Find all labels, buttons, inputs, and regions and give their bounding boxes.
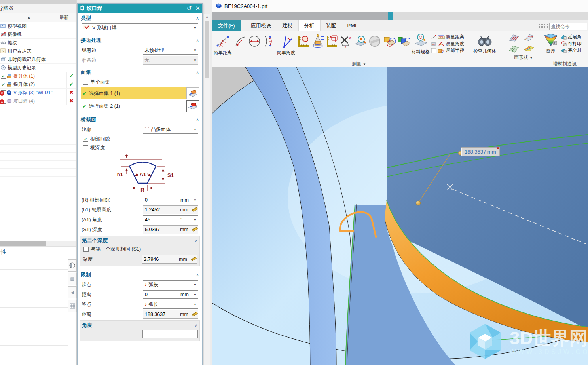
end-distance-value[interactable]: [143, 312, 180, 317]
collapse-chevron-icon[interactable]: ∧: [196, 272, 199, 278]
dialog-reset-button[interactable]: ↺: [185, 5, 193, 12]
measure-face-button[interactable]: [296, 32, 311, 50]
scrollbar-thumb[interactable]: [205, 21, 209, 78]
tab-application-modules[interactable]: 应用模块: [245, 20, 277, 31]
navigator-item-model-views[interactable]: 模型视图: [0, 22, 76, 30]
simple-distance-button[interactable]: 简单距离: [212, 32, 233, 56]
depth-value[interactable]: [143, 227, 180, 232]
face-shape-group-label[interactable]: 面形状 ▼: [506, 54, 540, 61]
root-gap-input[interactable]: mm ▼: [143, 196, 198, 204]
dropdown-arrow-icon[interactable]: ▼: [192, 293, 198, 297]
face-shape-reflection-icon[interactable]: [524, 34, 535, 42]
examine-geometry-button[interactable]: 检查几何体: [470, 32, 499, 54]
weld-type-dropdown[interactable]: V 形坡口焊 ▼: [82, 23, 198, 32]
end-distance-input[interactable]: mm: [143, 310, 198, 319]
root-gap-row[interactable]: ✓ 根部间隙: [82, 136, 197, 143]
start-distance-value[interactable]: [143, 292, 180, 297]
simple-angle-button[interactable]: 简单角度: [276, 32, 296, 56]
root-gap-checkbox[interactable]: ✓: [83, 137, 88, 142]
single-face-set-row[interactable]: 单个面集: [82, 79, 197, 86]
measure-group-label[interactable]: 测量 ▼: [212, 61, 505, 67]
section-header-angle[interactable]: 角度∧: [82, 321, 198, 330]
collapse-chevron-icon[interactable]: ∧: [196, 16, 199, 21]
feature-row-lift-body-1[interactable]: ✓ 提升体 (1) ✔: [0, 72, 76, 80]
measure-arc-button[interactable]: [262, 32, 276, 50]
dialog-close-button[interactable]: ✕: [193, 5, 202, 12]
same-depth-row[interactable]: 与第一个深度相同 (S1): [83, 246, 197, 253]
printable-toggle[interactable]: z 可打印: [560, 41, 588, 47]
face-set-2-button[interactable]: [186, 100, 199, 112]
dropdown-arrow-icon[interactable]: ▼: [192, 218, 198, 222]
local-radius-toggle[interactable]: 局部半径: [431, 48, 470, 53]
feature-row-v-weld-3[interactable]: ✕ V 形焊 (3) "WLD1" ✖: [0, 89, 76, 97]
angle-input[interactable]: ° ▼: [143, 215, 198, 224]
same-as-first-depth-checkbox[interactable]: [83, 247, 89, 252]
navigator-horizontal-scrollbar[interactable]: [0, 241, 76, 246]
navigator-item-model-history[interactable]: 模型历史记录: [0, 64, 76, 72]
navigator-item-user-expressions[interactable]: fx 用户表达式: [0, 47, 76, 55]
profile-dropdown[interactable]: ⌒ 凸多面体 ▼: [143, 125, 198, 134]
face-shape-stripes-icon[interactable]: [508, 33, 520, 42]
end-point-dropdown[interactable]: ♪ 弧长 ▼: [143, 300, 198, 309]
section-header-second-depth[interactable]: 第二个深度∧: [82, 236, 198, 245]
tab-analysis[interactable]: 分析: [298, 20, 321, 31]
start-distance-input[interactable]: mm ▼: [143, 290, 198, 299]
measure-gear-button[interactable]: [353, 32, 368, 50]
dialog-scrollbar[interactable]: ∧: [204, 14, 210, 365]
collapse-chevron-icon[interactable]: ∧: [195, 323, 198, 328]
group-dropdown-icon[interactable]: ▼: [363, 63, 366, 66]
group-dropdown-icon[interactable]: ▼: [529, 56, 533, 60]
start-point-dropdown[interactable]: ♪ 弧长 ▼: [143, 280, 198, 289]
second-depth-value[interactable]: [142, 257, 179, 262]
tab-pmi[interactable]: PMI: [342, 20, 362, 31]
half-circle-view-button[interactable]: [68, 259, 77, 272]
profile-height-value[interactable]: [143, 207, 180, 213]
navigator-item-links[interactable]: 链接: [0, 39, 76, 47]
section-header-edge-treatment[interactable]: 接边处理∧: [79, 36, 201, 45]
measure-bodies-button[interactable]: [311, 32, 325, 50]
section-header-cross-section[interactable]: 横截面∧: [79, 115, 201, 124]
feature-row-lift-body-2[interactable]: ✓ 提升体 (2) ✔: [0, 80, 76, 89]
single-face-set-checkbox[interactable]: [83, 80, 88, 85]
section-header-limits[interactable]: 限制∧: [79, 270, 201, 279]
measure-radius-button[interactable]: [233, 32, 247, 50]
collapse-left-button[interactable]: ◀: [68, 286, 77, 298]
depth-input[interactable]: mm: [143, 225, 198, 234]
fully-enclosed-toggle[interactable]: z 完全封: [560, 48, 588, 53]
collapse-chevron-icon[interactable]: ∧: [196, 38, 199, 43]
tab-assembly[interactable]: 装配: [321, 20, 342, 31]
dropdown-arrow-icon[interactable]: ▼: [192, 198, 198, 202]
compare-bodies-button[interactable]: [396, 32, 410, 50]
dialog-titlebar[interactable]: 坡口焊 ↺ ✕: [78, 4, 202, 13]
collapse-chevron-icon[interactable]: ∧: [196, 70, 199, 75]
root-gap-value[interactable]: [143, 197, 180, 203]
scroll-up-arrow[interactable]: ∧: [204, 14, 210, 20]
collapse-chevron-icon[interactable]: ∧: [196, 117, 199, 122]
latest-column-header[interactable]: 最新: [58, 14, 76, 21]
section-header-type[interactable]: 类型∧: [79, 14, 201, 23]
tab-modeling[interactable]: 建模: [277, 20, 298, 31]
close-measurement-icon[interactable]: ×: [497, 146, 499, 150]
no-entry-button[interactable]: [368, 32, 382, 50]
existing-edge-dropdown[interactable]: 未预处理 ▼: [143, 46, 198, 55]
angle-value[interactable]: [143, 217, 180, 222]
measure-formula-icon[interactable]: [192, 226, 198, 233]
profile-height-input[interactable]: mm: [143, 205, 198, 214]
additive-group-label[interactable]: 增材制造设: [541, 61, 588, 67]
feature-row-groove-weld-4[interactable]: ✕ 坡口焊 (4) ✖: [0, 97, 76, 105]
second-depth-input[interactable]: mm: [142, 255, 197, 264]
measure-angle-toggle[interactable]: 30 测量角度: [431, 41, 470, 47]
square-button[interactable]: [68, 273, 77, 285]
angle-limit-input[interactable]: [142, 330, 198, 338]
measure-formula-icon[interactable]: [192, 207, 198, 213]
tab-file[interactable]: 文件(F): [212, 20, 241, 31]
root-depth-checkbox[interactable]: [83, 145, 88, 150]
navigator-item-cameras[interactable]: 摄像机: [0, 30, 76, 39]
root-depth-row[interactable]: 根深度: [82, 144, 197, 151]
face-set-1-button[interactable]: [186, 87, 199, 99]
overhang-angle-toggle[interactable]: z 延展角: [560, 34, 588, 40]
measure-formula-icon[interactable]: [192, 311, 198, 318]
navigator-column-header[interactable]: ▲ 最新: [0, 13, 76, 22]
face-shape-mesh-icon[interactable]: [508, 44, 520, 53]
measure-diameter-button[interactable]: [247, 32, 262, 50]
